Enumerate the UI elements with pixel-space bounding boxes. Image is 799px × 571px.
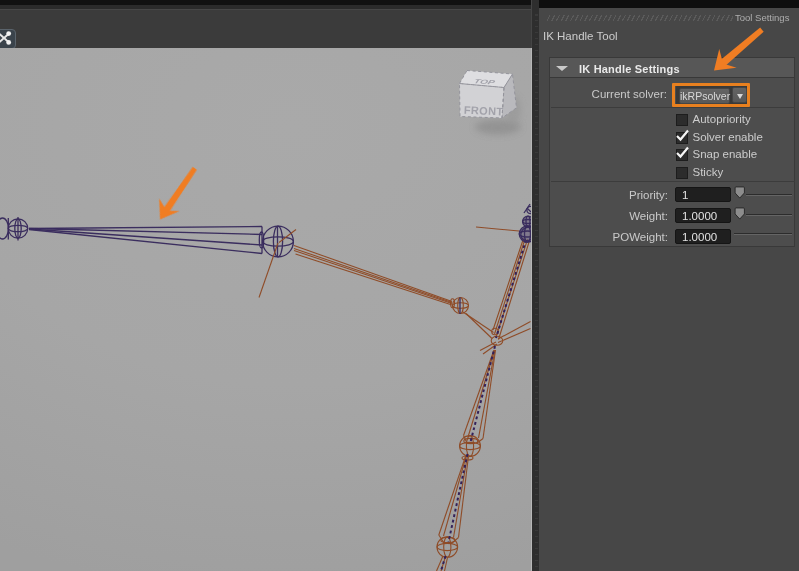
svg-text:FRONT: FRONT <box>464 104 504 118</box>
